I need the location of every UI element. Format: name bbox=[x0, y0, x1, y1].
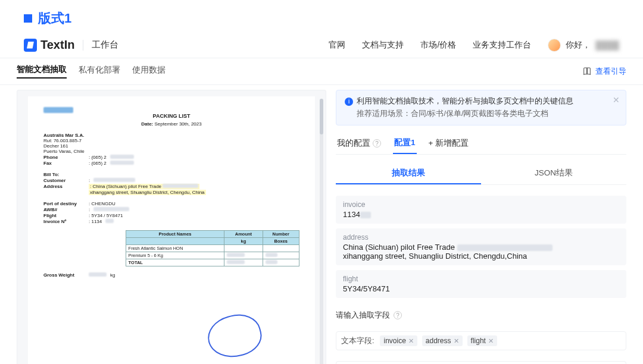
help-icon[interactable]: ? bbox=[394, 311, 402, 319]
result-value: 5Y34/5Y8471 bbox=[343, 284, 619, 293]
chip-address[interactable]: address✕ bbox=[422, 335, 463, 346]
username-blurred: ████ bbox=[595, 40, 619, 50]
sub-tabbar: 智能文档抽取 私有化部署 使用数据 查看引导 bbox=[0, 58, 643, 85]
tab-usage[interactable]: 使用数据 bbox=[132, 65, 166, 78]
document-pane: PACKING LIST Date: September 30th, 2023 … bbox=[17, 90, 326, 364]
table-fields-row[interactable]: 表格字段: product✕ bbox=[336, 361, 626, 364]
brand-name: TextIn bbox=[40, 38, 74, 52]
scrollbar-thumb[interactable] bbox=[320, 99, 323, 134]
help-icon[interactable]: ? bbox=[373, 139, 381, 148]
user-menu[interactable]: 你好， ████ bbox=[548, 39, 619, 52]
signature-mark bbox=[203, 309, 266, 363]
divider bbox=[83, 40, 83, 51]
topbar: TextIn 工作台 官网 文档与支持 市场/价格 业务支持工作台 你好， ██… bbox=[0, 34, 643, 58]
result-flight[interactable]: flight 5Y34/5Y8471 bbox=[336, 270, 626, 298]
close-icon[interactable]: ✕ bbox=[613, 95, 620, 105]
doc-billto-block: Bill To: Customer: Address: China (Sichu… bbox=[43, 172, 299, 195]
main: PACKING LIST Date: September 30th, 2023 … bbox=[0, 85, 643, 364]
document-page: PACKING LIST Date: September 30th, 2023 … bbox=[28, 96, 315, 364]
result-key: flight bbox=[343, 275, 619, 283]
tab-config1[interactable]: 配置1 bbox=[393, 134, 417, 154]
chip-invoice[interactable]: invoice✕ bbox=[380, 335, 417, 346]
info-banner: ✕ i利用智能文档抽取技术，智能分析与抽取多页文档中的关键信息 推荐适用场景：合… bbox=[336, 90, 626, 125]
tab-extract-result[interactable]: 抽取结果 bbox=[336, 163, 481, 184]
doc-title: PACKING LIST bbox=[43, 113, 299, 119]
text-fields-label: 文本字段: bbox=[341, 336, 374, 346]
tab-extract[interactable]: 智能文档抽取 bbox=[17, 64, 67, 79]
result-tabs: 抽取结果 JSON结果 bbox=[336, 163, 626, 185]
result-key: invoice bbox=[343, 200, 619, 209]
guide-link[interactable]: 查看引导 bbox=[582, 66, 626, 77]
info-icon: i bbox=[345, 98, 353, 106]
heading-title: 版式1 bbox=[38, 10, 71, 27]
top-navigation: 官网 文档与支持 市场/价格 业务支持工作台 你好， ████ bbox=[329, 39, 619, 52]
avatar-icon bbox=[548, 39, 561, 52]
nav-biz[interactable]: 业务支持工作台 bbox=[473, 40, 531, 51]
results-list: invoice 1134 address China (Sichuan) pil… bbox=[336, 191, 626, 298]
config-panel: ✕ i利用智能文档抽取技术，智能分析与抽取多页文档中的关键信息 推荐适用场景：合… bbox=[336, 90, 626, 364]
result-value: 1134 bbox=[343, 210, 619, 219]
result-address[interactable]: address China (Sichuan) pilot Free Trade… bbox=[336, 228, 626, 265]
doc-product-table: Product NamesAmountNumber kgBoxes Fresh … bbox=[126, 230, 299, 266]
nav-market[interactable]: 市场/价格 bbox=[420, 40, 456, 51]
text-fields-row[interactable]: 文本字段: invoice✕ address✕ flight✕ bbox=[336, 331, 626, 350]
heading-bullet bbox=[24, 14, 32, 23]
remove-icon[interactable]: ✕ bbox=[454, 337, 459, 345]
nav-docs[interactable]: 文档与支持 bbox=[362, 40, 404, 51]
result-value: China (Sichuan) pilot Free Trade xihangg… bbox=[343, 243, 619, 261]
greeting: 你好， bbox=[566, 40, 591, 51]
scrollbar[interactable] bbox=[320, 99, 323, 364]
tab-add-config[interactable]: + 新增配置 bbox=[427, 134, 470, 153]
info-line2: 推荐适用场景：合同/标书/保单/网页截图等各类电子文档 bbox=[357, 109, 617, 119]
info-line1: 利用智能文档抽取技术，智能分析与抽取多页文档中的关键信息 bbox=[357, 97, 573, 105]
doc-customer-block: Australis Mar S.A. Rut: 76.003.885-7 Dec… bbox=[43, 133, 299, 166]
nav-site[interactable]: 官网 bbox=[329, 40, 345, 51]
doc-logo-blur bbox=[43, 107, 73, 114]
brand-logo[interactable]: TextIn bbox=[24, 38, 74, 52]
result-invoice[interactable]: invoice 1134 bbox=[336, 196, 626, 224]
tab-my-config[interactable]: 我的配置? bbox=[336, 134, 382, 153]
chip-flight[interactable]: flight✕ bbox=[467, 335, 497, 346]
result-key: address bbox=[343, 233, 619, 241]
document-viewer[interactable]: PACKING LIST Date: September 30th, 2023 … bbox=[17, 90, 326, 364]
tab-deploy[interactable]: 私有化部署 bbox=[79, 65, 120, 78]
page-heading: 版式1 bbox=[0, 0, 643, 34]
book-icon bbox=[582, 67, 592, 76]
fields-prompt: 请输入抽取字段? bbox=[336, 310, 626, 321]
config-tabs: 我的配置? 配置1 + 新增配置 bbox=[336, 131, 626, 155]
tab-json-result[interactable]: JSON结果 bbox=[481, 163, 626, 184]
logo-icon bbox=[24, 39, 37, 52]
remove-icon[interactable]: ✕ bbox=[408, 337, 414, 345]
doc-gross-weight: Gross Weight kg bbox=[43, 272, 299, 278]
remove-icon[interactable]: ✕ bbox=[488, 337, 494, 345]
doc-ship-block: Port of destiny: CHENGDU AWB#: Flight: 5… bbox=[43, 201, 299, 224]
doc-date: Date: September 30th, 2023 bbox=[43, 121, 299, 127]
workspace-label[interactable]: 工作台 bbox=[92, 39, 118, 51]
guide-text: 查看引导 bbox=[595, 66, 626, 77]
